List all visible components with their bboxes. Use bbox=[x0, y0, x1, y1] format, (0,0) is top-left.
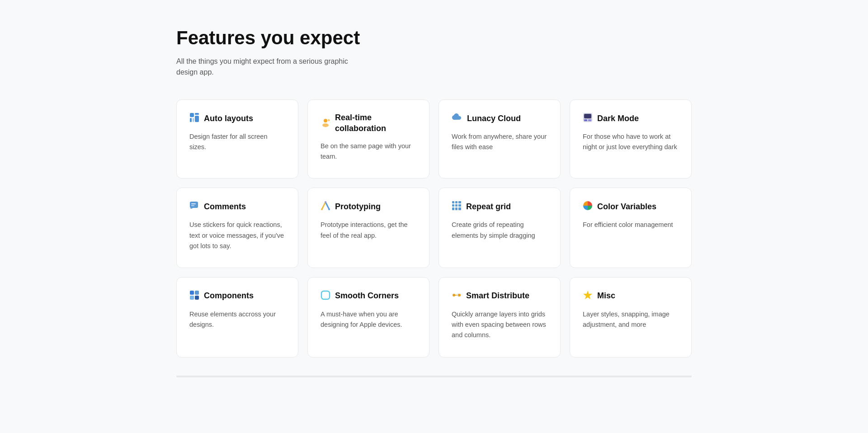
feature-title-components: Components bbox=[204, 291, 254, 301]
page-subtitle: All the things you might expect from a s… bbox=[176, 56, 366, 78]
svg-point-35 bbox=[453, 294, 455, 297]
feature-card-prototyping: PrototypingPrototype interactions, get t… bbox=[307, 188, 429, 268]
smooth-corners-icon bbox=[321, 290, 330, 302]
svg-marker-39 bbox=[583, 291, 592, 299]
feature-card-lunacy-cloud: Lunacy CloudWork from anywhere, share yo… bbox=[439, 99, 561, 179]
feature-card-comments: CommentsUse stickers for quick reactions… bbox=[176, 188, 298, 268]
svg-rect-9 bbox=[584, 114, 591, 118]
comments-icon bbox=[189, 201, 199, 212]
feature-title-smooth-corners: Smooth Corners bbox=[335, 291, 399, 301]
svg-rect-21 bbox=[455, 201, 458, 203]
feature-title-repeat-grid: Repeat grid bbox=[466, 202, 511, 212]
svg-rect-20 bbox=[452, 201, 454, 203]
feature-desc-color-variables: For efficient color management bbox=[583, 220, 679, 230]
page-header: Features you expect All the things you m… bbox=[176, 27, 692, 78]
feature-title-comments: Comments bbox=[204, 202, 246, 212]
feature-desc-smooth-corners: A must-have when you are designing for A… bbox=[321, 309, 416, 330]
feature-header-dark-mode: Dark Mode bbox=[583, 113, 679, 124]
feature-header-comments: Comments bbox=[189, 201, 285, 212]
feature-header-smart-distribute: Smart Distribute bbox=[452, 290, 547, 302]
svg-point-5 bbox=[324, 119, 327, 122]
smart-distribute-icon bbox=[452, 290, 462, 302]
repeat-grid-icon bbox=[452, 201, 462, 212]
feature-title-dark-mode: Dark Mode bbox=[597, 113, 639, 124]
feature-card-components: ComponentsReuse elements accross your de… bbox=[176, 277, 298, 358]
feature-title-color-variables: Color Variables bbox=[597, 202, 656, 212]
svg-rect-24 bbox=[455, 204, 458, 207]
svg-rect-31 bbox=[195, 291, 199, 295]
feature-header-misc: Misc bbox=[583, 290, 679, 302]
svg-rect-14 bbox=[191, 205, 194, 206]
feature-title-smart-distribute: Smart Distribute bbox=[466, 291, 529, 301]
feature-title-auto-layouts: Auto layouts bbox=[204, 113, 253, 124]
feature-card-repeat-grid: Repeat gridCreate grids of repeating ele… bbox=[439, 188, 561, 268]
svg-rect-0 bbox=[190, 113, 194, 117]
feature-header-lunacy-cloud: Lunacy Cloud bbox=[452, 113, 547, 124]
feature-header-auto-layouts: Auto layouts bbox=[189, 113, 285, 124]
svg-rect-2 bbox=[190, 118, 192, 122]
svg-rect-28 bbox=[458, 207, 461, 210]
feature-title-misc: Misc bbox=[597, 291, 615, 301]
dark-mode-icon bbox=[583, 113, 593, 124]
feature-card-smart-distribute: Smart DistributeQuickly arrange layers i… bbox=[439, 277, 561, 358]
feature-card-realtime-collab: Real-time collaborationBe on the same pa… bbox=[307, 99, 429, 179]
svg-point-7 bbox=[328, 119, 330, 121]
svg-rect-32 bbox=[190, 296, 194, 300]
svg-point-19 bbox=[328, 208, 330, 210]
feature-card-auto-layouts: Auto layoutsDesign faster for all screen… bbox=[176, 99, 298, 179]
lunacy-cloud-icon bbox=[452, 113, 462, 124]
feature-header-repeat-grid: Repeat grid bbox=[452, 201, 547, 212]
feature-title-prototyping: Prototyping bbox=[335, 202, 381, 212]
svg-rect-13 bbox=[191, 203, 196, 204]
feature-desc-smart-distribute: Quickly arrange layers into grids with e… bbox=[452, 309, 547, 341]
feature-desc-lunacy-cloud: Work from anywhere, share your files wit… bbox=[452, 132, 547, 152]
svg-rect-34 bbox=[321, 291, 330, 299]
feature-card-color-variables: Color VariablesFor efficient color manag… bbox=[570, 188, 692, 268]
feature-desc-components: Reuse elements accross your designs. bbox=[189, 309, 285, 330]
svg-rect-23 bbox=[452, 204, 454, 207]
svg-point-6 bbox=[322, 123, 329, 127]
svg-rect-3 bbox=[195, 116, 199, 122]
feature-desc-auto-layouts: Design faster for all screen sizes. bbox=[189, 132, 285, 152]
misc-icon bbox=[583, 290, 593, 302]
svg-point-18 bbox=[325, 201, 326, 203]
features-grid: Auto layoutsDesign faster for all screen… bbox=[176, 99, 692, 357]
feature-header-components: Components bbox=[189, 290, 285, 302]
svg-rect-10 bbox=[584, 119, 587, 121]
feature-desc-repeat-grid: Create grids of repeating elements by si… bbox=[452, 220, 547, 240]
svg-rect-12 bbox=[190, 202, 198, 208]
svg-rect-33 bbox=[195, 296, 199, 300]
feature-title-realtime-collab: Real-time collaboration bbox=[335, 113, 416, 134]
svg-line-16 bbox=[326, 202, 329, 209]
components-icon bbox=[189, 290, 199, 302]
feature-desc-prototyping: Prototype interactions, get the feel of … bbox=[321, 220, 416, 240]
auto-layouts-icon bbox=[189, 113, 199, 124]
feature-desc-realtime-collab: Be on the same page with your team. bbox=[321, 141, 416, 162]
svg-rect-30 bbox=[190, 291, 194, 295]
feature-header-color-variables: Color Variables bbox=[583, 201, 679, 212]
feature-desc-dark-mode: For those who have to work at night or j… bbox=[583, 132, 679, 152]
svg-rect-1 bbox=[195, 113, 199, 115]
feature-header-smooth-corners: Smooth Corners bbox=[321, 290, 416, 302]
feature-card-misc: MiscLayer styles, snapping, image adjust… bbox=[570, 277, 692, 358]
bottom-border bbox=[176, 376, 692, 377]
prototyping-icon bbox=[321, 201, 330, 212]
svg-rect-25 bbox=[458, 204, 461, 207]
feature-header-prototyping: Prototyping bbox=[321, 201, 416, 212]
svg-rect-11 bbox=[588, 119, 591, 121]
feature-desc-comments: Use stickers for quick reactions, text o… bbox=[189, 220, 285, 251]
svg-point-17 bbox=[321, 208, 323, 210]
page-title: Features you expect bbox=[176, 27, 692, 49]
realtime-collab-icon bbox=[321, 118, 330, 129]
feature-desc-misc: Layer styles, snapping, image adjustment… bbox=[583, 309, 679, 330]
svg-rect-4 bbox=[193, 118, 194, 122]
feature-card-dark-mode: Dark ModeFor those who have to work at n… bbox=[570, 99, 692, 179]
svg-line-15 bbox=[322, 202, 326, 209]
svg-rect-22 bbox=[458, 201, 461, 203]
svg-rect-26 bbox=[452, 207, 454, 210]
feature-header-realtime-collab: Real-time collaboration bbox=[321, 113, 416, 134]
feature-card-smooth-corners: Smooth CornersA must-have when you are d… bbox=[307, 277, 429, 358]
color-variables-icon bbox=[583, 201, 593, 212]
page-container: Features you expect All the things you m… bbox=[140, 0, 728, 414]
feature-title-lunacy-cloud: Lunacy Cloud bbox=[467, 113, 521, 124]
